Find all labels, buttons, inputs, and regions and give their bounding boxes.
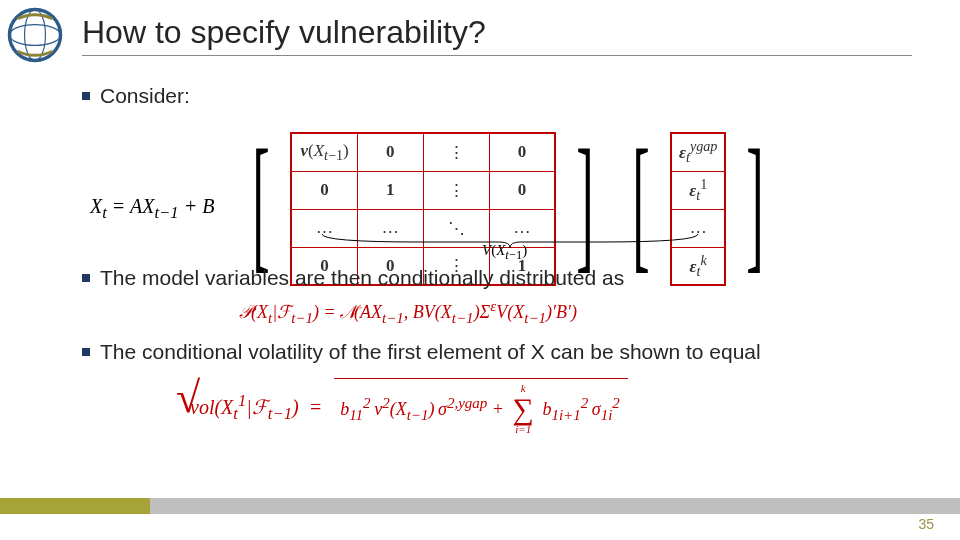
right-bracket-icon: ] xyxy=(577,126,594,278)
eq3-lhs: vol(Xt1|ℱt−1) = xyxy=(190,391,332,424)
bullet-conditional: The conditional volatility of the first … xyxy=(82,340,942,364)
equation-distribution: 𝒫(Xt|ℱt−1) = 𝒩(AXt−1, BV(Xt−1)ΣεV(Xt−1)′… xyxy=(238,298,577,327)
matrix-cell: 1 xyxy=(357,171,423,209)
eq3-term2: b1i+12 σ1i2 xyxy=(538,395,620,424)
sqrt-icon: √ xyxy=(176,376,200,420)
matrix-cell: v(Xt−1) xyxy=(291,133,357,171)
right-bracket-icon: ] xyxy=(746,126,763,278)
matrix-cell: ⋮ xyxy=(423,171,489,209)
svg-point-1 xyxy=(9,25,60,46)
left-bracket-icon: [ xyxy=(633,126,650,278)
matrix-V: [ v(Xt−1)0⋮001⋮0……⋱…00⋮1 ] xyxy=(236,132,610,286)
bullet-icon xyxy=(82,348,90,356)
slide-title: How to specify vulnerability? xyxy=(82,14,912,51)
matrix-cell: 0 xyxy=(489,133,555,171)
bullet-consider: Consider: xyxy=(82,84,902,108)
vector-cell: εtygap xyxy=(671,133,725,171)
eq3-term1: b112 v2(Xt−1) σ2,ygap + xyxy=(340,395,508,424)
brace-label: V(Xt−1) xyxy=(482,242,527,263)
matrix-cell: 0 xyxy=(357,133,423,171)
bullet-icon xyxy=(82,274,90,282)
matrix-cell: 0 xyxy=(291,171,357,209)
bullet-model: The model variables are then conditional… xyxy=(82,266,912,290)
svg-point-2 xyxy=(25,9,46,60)
svg-point-0 xyxy=(9,9,60,60)
vector-cell: εt1 xyxy=(671,171,725,209)
left-bracket-icon: [ xyxy=(253,126,270,278)
bullet-text: The conditional volatility of the first … xyxy=(100,340,761,364)
equation-volatility: vol(Xt1|ℱt−1) = √ b112 v2(Xt−1) σ2,ygap … xyxy=(190,378,628,437)
equation-row: Xt = AXt−1 + B [ v(Xt−1)0⋮001⋮0……⋱…00⋮1 … xyxy=(90,132,780,286)
imf-logo-icon xyxy=(6,6,64,64)
bullet-text: The model variables are then conditional… xyxy=(100,266,624,290)
page-number: 35 xyxy=(918,516,934,532)
matrix-cell: ⋮ xyxy=(423,133,489,171)
matrix-cell: 0 xyxy=(489,171,555,209)
equation-lhs: Xt = AXt−1 + B xyxy=(90,195,214,223)
bullet-icon xyxy=(82,92,90,100)
matrix-eps: [ εtygapεt1…εtk ] xyxy=(616,132,780,286)
slide-header: How to specify vulnerability? xyxy=(82,14,912,56)
slide-footer xyxy=(0,498,960,540)
bullet-text: Consider: xyxy=(100,84,190,108)
summation-icon: k ∑ i=1 xyxy=(513,383,534,435)
vector-grid: εtygapεt1…εtk xyxy=(670,132,726,286)
